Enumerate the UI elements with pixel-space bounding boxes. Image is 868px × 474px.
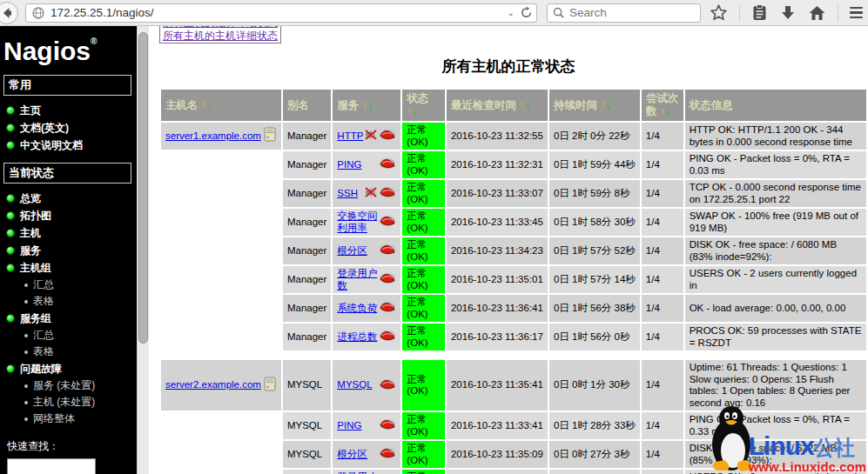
service-cell: PING xyxy=(333,151,400,178)
host-detail-link[interactable]: 所有主机的主机详细状态 xyxy=(163,30,278,43)
sidebar-item-文档(英文)[interactable]: 文档(英文) xyxy=(3,119,133,137)
notifications-disabled-icon xyxy=(364,129,379,141)
sidebar-subitem-表格[interactable]: 表格 xyxy=(3,293,133,310)
action-url-link[interactable] xyxy=(379,128,396,144)
column-header-label: 服务 xyxy=(337,99,359,111)
status-info-cell: HTTP OK: HTTP/1.1 200 OK - 344 bytes in … xyxy=(685,123,866,150)
menu-icon[interactable] xyxy=(850,7,863,19)
sidebar-subitem-label: 网络整体 xyxy=(33,411,75,426)
column-header-状态信息: 状态信息 xyxy=(685,90,866,121)
sort-asc-icon[interactable]: ↑ xyxy=(359,99,367,111)
sidebar-item-问题故障[interactable]: 问题故障 xyxy=(3,360,133,377)
download-icon[interactable] xyxy=(779,4,797,22)
action-url-link[interactable] xyxy=(379,417,396,434)
reload-icon[interactable] xyxy=(520,6,533,19)
sort-desc-icon[interactable]: ↓ xyxy=(525,99,530,111)
sort-asc-icon[interactable]: ↑ xyxy=(198,99,207,111)
sort-desc-icon[interactable]: ↓ xyxy=(367,99,373,111)
sort-asc-icon[interactable]: ↑ xyxy=(516,99,525,111)
alias-cell: Manager xyxy=(283,295,331,322)
status-info-cell: USERS OK - 2 users currently logged in xyxy=(685,266,866,293)
sort-desc-icon[interactable]: ↓ xyxy=(665,105,670,117)
sort-desc-icon[interactable]: ↓ xyxy=(606,99,611,111)
quick-find-input[interactable] xyxy=(7,458,96,474)
host-link[interactable]: server2.example.com xyxy=(165,379,261,391)
frame-scrollbar[interactable] xyxy=(137,26,149,474)
sidebar-item-主页[interactable]: 主页 xyxy=(3,102,133,119)
sidebar-item-主机[interactable]: 主机 xyxy=(3,224,133,242)
bookmark-star-icon[interactable] xyxy=(710,3,728,22)
sidebar-item-拓扑图[interactable]: 拓扑图 xyxy=(3,207,133,224)
url-text[interactable]: 172.25.25.1/nagios/ xyxy=(50,6,508,19)
bookmarks-panel-icon[interactable] xyxy=(751,4,768,22)
duration-cell: 0日 0时 1分 30秒 xyxy=(549,360,640,411)
last-check-cell: 2016-10-23 11:33:41 xyxy=(447,412,548,439)
sort-desc-icon[interactable]: ↓ xyxy=(413,105,418,117)
url-dropdown-icon[interactable]: ⌄ xyxy=(508,8,515,17)
search-bar[interactable] xyxy=(547,3,701,23)
sidebar-item-中文说明文档[interactable]: 中文说明文档 xyxy=(3,137,133,154)
service-link[interactable]: 系统负荷 xyxy=(337,303,377,315)
sidebar-subitem-网络整体[interactable]: 网络整体 xyxy=(3,411,133,427)
alias-cell: MYSQL xyxy=(283,412,331,439)
scrollbar-thumb[interactable] xyxy=(138,32,148,344)
sidebar-subitem-主机 (未处置)[interactable]: 主机 (未处置) xyxy=(3,394,133,411)
home-icon[interactable] xyxy=(808,4,826,22)
column-header-最近检查时间: 最近检查时间 ↑↓ xyxy=(447,90,548,121)
search-input[interactable] xyxy=(569,6,683,19)
status-info-cell: OK - load average: 0.00, 0.00, 0.00 xyxy=(685,295,866,322)
action-url-link[interactable] xyxy=(379,214,396,230)
sidebar-subitem-表格[interactable]: 表格 xyxy=(3,344,133,360)
action-url-link[interactable] xyxy=(379,300,396,317)
service-status-row: Manager根分区正常 (OK)2016-10-23 11:34:230日 1… xyxy=(161,237,866,264)
back-button[interactable] xyxy=(0,2,18,24)
nagios-sidebar: Nagios® 常用主页文档(英文)中文说明文档当前状态总览拓扑图主机服务主机组… xyxy=(0,26,137,474)
column-header-主机名: 主机名 ↑↓ xyxy=(161,90,281,121)
service-link[interactable]: HTTP xyxy=(337,130,363,143)
service-link[interactable]: MYSQL xyxy=(337,379,372,391)
service-link[interactable]: 根分区 xyxy=(337,245,367,257)
host-link[interactable]: server1.example.com xyxy=(165,130,261,143)
sort-desc-icon[interactable]: ↓ xyxy=(206,99,212,111)
sidebar-subitem-汇总[interactable]: 汇总 xyxy=(3,277,133,293)
service-link[interactable]: 登录用户数 xyxy=(337,268,378,291)
sidebar-item-总览[interactable]: 总览 xyxy=(3,190,133,207)
sidebar-item-label: 问题故障 xyxy=(20,362,62,377)
sort-asc-icon[interactable]: ↑ xyxy=(597,99,606,111)
last-check-cell: 2016-10-23 11:35:01 xyxy=(447,266,548,293)
status-cell: 正常 (OK) xyxy=(402,295,445,322)
sort-asc-icon[interactable]: ↑ xyxy=(656,105,665,117)
duration-cell: 0日 1时 56分 38秒 xyxy=(549,295,640,322)
performance-graph-icon xyxy=(379,214,396,227)
action-url-link[interactable] xyxy=(379,446,396,463)
action-url-link[interactable] xyxy=(379,377,396,394)
service-link[interactable]: PING xyxy=(337,159,361,171)
host-cell-empty xyxy=(161,237,281,264)
action-url-link[interactable] xyxy=(379,329,396,345)
bullet-dot-icon xyxy=(24,401,28,404)
service-link[interactable]: 交换空间利用率 xyxy=(337,210,378,234)
page-title: 所有主机的正常状态 xyxy=(149,57,868,77)
service-link[interactable]: 根分区 xyxy=(337,449,367,461)
sidebar-subitem-汇总[interactable]: 汇总 xyxy=(3,327,133,344)
host-cell-empty xyxy=(161,441,281,468)
service-link[interactable]: PING xyxy=(337,420,361,432)
service-cell: 登录用户数 xyxy=(333,470,400,474)
service-link[interactable]: SSH xyxy=(337,188,358,200)
host-cell: server2.example.com xyxy=(161,360,281,411)
sidebar-item-服务组[interactable]: 服务组 xyxy=(3,310,133,327)
url-bar[interactable]: 172.25.25.1/nagios/ ⌄ xyxy=(25,3,537,23)
service-cell: SSH xyxy=(333,180,400,207)
service-link[interactable]: 进程总数 xyxy=(337,331,377,344)
column-header-尝试次数: 尝试次数 ↑↓ xyxy=(642,90,683,121)
sidebar-item-label: 主页 xyxy=(20,103,41,118)
action-url-link[interactable] xyxy=(379,185,396,202)
last-check-cell: 2016-10-23 11:33:07 xyxy=(447,180,548,207)
sidebar-item-服务[interactable]: 服务 xyxy=(3,242,133,259)
action-url-link[interactable] xyxy=(379,243,396,259)
sidebar-section-title: 当前状态 xyxy=(3,163,131,184)
sidebar-item-主机组[interactable]: 主机组 xyxy=(3,259,133,277)
action-url-link[interactable] xyxy=(379,271,396,288)
action-url-link[interactable] xyxy=(379,157,396,173)
sidebar-subitem-服务 (未处置)[interactable]: 服务 (未处置) xyxy=(3,377,133,394)
